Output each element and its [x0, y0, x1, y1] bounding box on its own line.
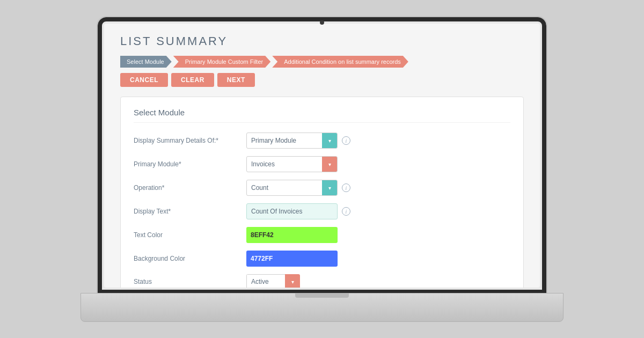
- label-text-color: Text Color: [134, 231, 246, 239]
- status-dropdown-btn[interactable]: ▾: [285, 274, 300, 288]
- label-display-summary: Display Summary Details Of:*: [134, 137, 246, 144]
- step-additional-condition[interactable]: Additional Condition on list summary rec…: [272, 56, 408, 68]
- next-button[interactable]: NEXT: [217, 73, 255, 87]
- clear-button[interactable]: CLEAR: [171, 73, 214, 87]
- field-row-bg-color: Background Color 4772FF: [134, 251, 510, 267]
- step-primary-filter[interactable]: Primary Module Custom Filter: [173, 56, 270, 68]
- action-buttons: CANCEL CLEAR NEXT: [120, 73, 524, 87]
- chevron-down-icon-4: ▾: [291, 279, 294, 285]
- cancel-button[interactable]: CANCEL: [120, 73, 168, 87]
- dropdown-display-summary-value: Primary Module: [247, 137, 322, 144]
- control-display-summary: Primary Module ▾ i: [246, 133, 510, 149]
- control-status: Active ▾: [246, 274, 510, 288]
- field-row-primary-module: Primary Module* Invoices ▾: [134, 156, 510, 172]
- dropdown-primary-module-btn[interactable]: ▾: [322, 157, 337, 172]
- control-text-color: 8EFF42: [246, 227, 510, 243]
- field-row-display-text: Display Text* Count Of Invoices i: [134, 203, 510, 219]
- form-card: Select Module Display Summary Details Of…: [120, 97, 524, 288]
- screen-bezel: LIST SUMMARY Select Module Primary Modul…: [97, 16, 547, 295]
- text-color-picker[interactable]: 8EFF42: [246, 227, 338, 243]
- field-row-text-color: Text Color 8EFF42: [134, 227, 510, 243]
- control-bg-color: 4772FF: [246, 251, 510, 267]
- status-value: Active: [246, 274, 285, 288]
- step-select-module[interactable]: Select Module: [120, 56, 172, 68]
- screen-content: LIST SUMMARY Select Module Primary Modul…: [104, 24, 540, 288]
- laptop-base: [80, 293, 564, 322]
- label-bg-color: Background Color: [134, 255, 246, 262]
- dropdown-display-summary-btn[interactable]: ▾: [322, 133, 337, 148]
- dropdown-primary-module-value: Invoices: [247, 160, 322, 168]
- chevron-down-icon-2: ▾: [328, 161, 331, 167]
- field-row-status: Status Active ▾: [134, 274, 510, 288]
- laptop-hinge: [295, 293, 349, 298]
- dropdown-operation-value: Count: [247, 184, 322, 192]
- label-status: Status: [134, 278, 246, 285]
- dropdown-operation-btn[interactable]: ▾: [322, 180, 337, 195]
- bg-color-picker[interactable]: 4772FF: [246, 251, 338, 267]
- dropdown-status[interactable]: Active ▾: [246, 274, 300, 288]
- chevron-down-icon-3: ▾: [328, 185, 331, 191]
- label-operation: Operation*: [134, 184, 246, 192]
- laptop-shell: LIST SUMMARY Select Module Primary Modul…: [80, 16, 564, 322]
- label-display-text: Display Text*: [134, 208, 246, 215]
- input-display-text[interactable]: Count Of Invoices: [246, 203, 338, 219]
- form-card-title: Select Module: [134, 108, 510, 123]
- info-icon-display-summary: i: [342, 136, 350, 145]
- dropdown-primary-module[interactable]: Invoices ▾: [246, 156, 338, 172]
- info-icon-operation: i: [342, 183, 350, 192]
- info-icon-display-text: i: [342, 207, 350, 216]
- control-display-text: Count Of Invoices i: [246, 203, 510, 219]
- dropdown-display-summary[interactable]: Primary Module ▾: [246, 133, 338, 149]
- breadcrumb-steps: Select Module Primary Module Custom Filt…: [120, 56, 524, 68]
- page-title: LIST SUMMARY: [120, 34, 524, 48]
- field-row-display-summary: Display Summary Details Of:* Primary Mod…: [134, 133, 510, 149]
- label-primary-module: Primary Module*: [134, 160, 246, 168]
- chevron-down-icon: ▾: [328, 138, 331, 144]
- control-operation: Count ▾ i: [246, 180, 510, 196]
- control-primary-module: Invoices ▾: [246, 156, 510, 172]
- dropdown-operation[interactable]: Count ▾: [246, 180, 338, 196]
- camera: [320, 20, 324, 25]
- field-row-operation: Operation* Count ▾ i: [134, 180, 510, 196]
- screen: LIST SUMMARY Select Module Primary Modul…: [104, 24, 540, 288]
